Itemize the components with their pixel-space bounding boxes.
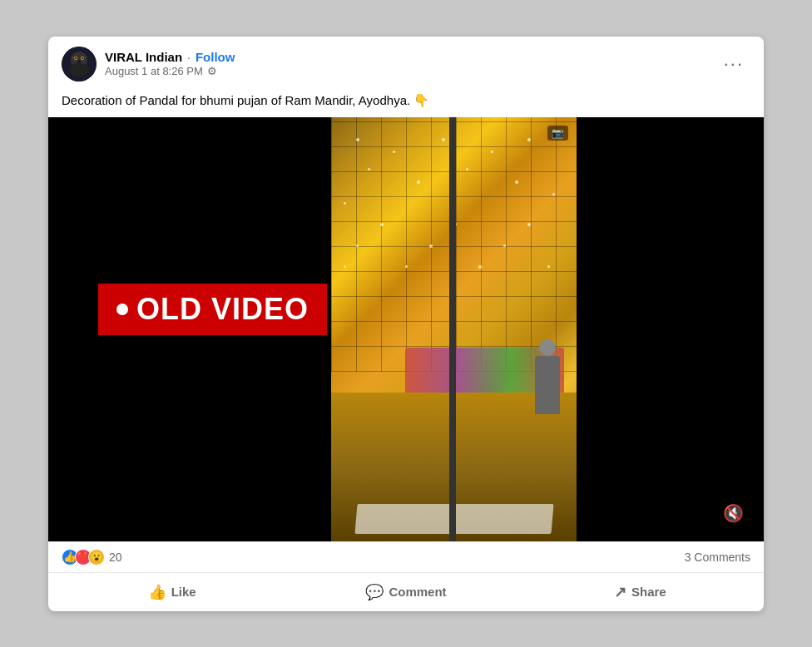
like-button[interactable]: 👍 Like [55,576,289,608]
camera-indicator: 📷 [547,126,568,141]
person-head [539,339,556,356]
dot-separator: · [187,51,191,64]
svg-point-7 [77,60,81,62]
svg-point-5 [75,57,77,59]
author-name-row: VIRAL Indian · Follow [105,50,235,64]
post-meta: August 1 at 8:26 PM ⚙ [105,65,235,77]
avatar[interactable] [62,47,97,81]
share-icon: ↗ [614,583,626,601]
more-options-button[interactable]: ··· [717,52,750,77]
reaction-count: 20 [109,551,122,564]
post-card: VIRAL Indian · Follow August 1 at 8:26 P… [48,37,764,611]
author-info: VIRAL Indian · Follow August 1 at 8:26 P… [105,50,235,77]
post-footer: 👍 ❤️ 😮 20 3 Comments 👍 Like 💬 Comment ↗ … [48,541,764,611]
follow-link[interactable]: Follow [196,50,235,64]
reaction-emojis: 👍 ❤️ 😮 [62,549,105,566]
svg-point-2 [69,63,89,77]
comments-count[interactable]: 3 Comments [685,551,750,564]
reactions-left: 👍 ❤️ 😮 20 [62,549,122,566]
old-video-badge: OLD VIDEO [98,284,327,335]
comment-icon: 💬 [365,583,384,601]
action-row: 👍 Like 💬 Comment ↗ Share [48,572,764,611]
svg-point-6 [82,57,83,59]
post-header: VIRAL Indian · Follow August 1 at 8:26 P… [48,37,764,91]
comment-button[interactable]: 💬 Comment [289,576,522,608]
like-label: Like [171,585,196,599]
post-time: August 1 at 8:26 PM [105,65,203,77]
share-label: Share [631,585,666,599]
comment-label: Comment [389,585,446,599]
old-video-label: OLD VIDEO [136,292,309,327]
post-header-left: VIRAL Indian · Follow August 1 at 8:26 P… [62,47,235,81]
video-container[interactable]: 📷 OLD VIDEO 🔇 [48,117,764,541]
old-video-dot [116,304,128,315]
reactions-row: 👍 ❤️ 😮 20 3 Comments [48,542,764,572]
video-inner: 📷 OLD VIDEO 🔇 [48,117,764,541]
pole [449,117,456,541]
author-name: VIRAL Indian [105,50,182,64]
post-text: Decoration of Pandal for bhumi pujan of … [48,91,764,117]
video-scene: 📷 [331,117,577,541]
wow-reaction: 😮 [88,549,105,566]
share-button[interactable]: ↗ Share [523,576,757,608]
settings-icon: ⚙ [207,65,217,77]
person-silhouette [535,356,560,414]
mute-button[interactable]: 🔇 [716,498,750,528]
like-icon: 👍 [148,583,166,601]
